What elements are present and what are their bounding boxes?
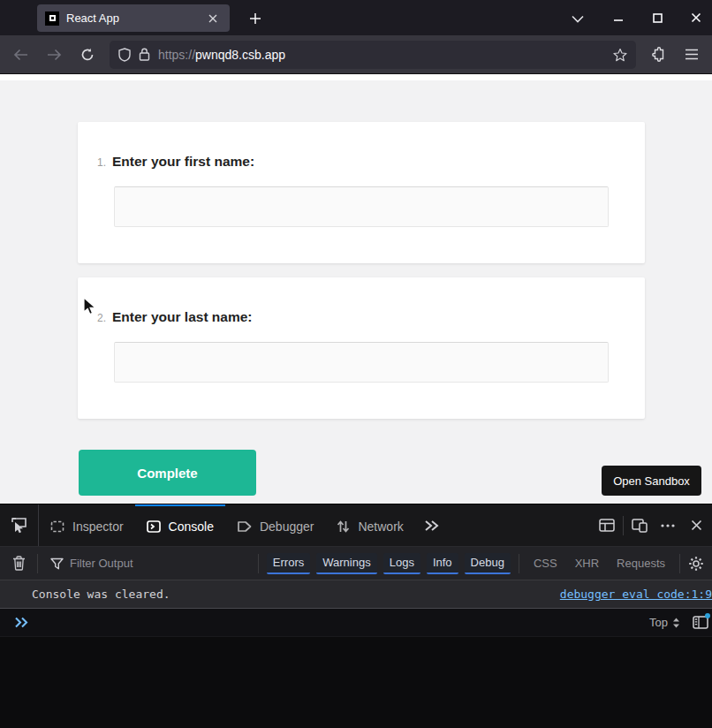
devtools-tab-console[interactable]: Console [135,504,225,546]
back-icon[interactable] [9,43,32,66]
first-name-label: Enter your first name: [112,154,254,170]
url-text[interactable]: https://pwnqd8.csb.app [158,48,605,62]
minimize-icon[interactable] [606,5,631,30]
devtools-close-icon[interactable] [684,513,708,538]
devtools-toolbar-buttons [595,504,712,546]
hamburger-menu-icon[interactable] [680,43,703,66]
split-console-icon[interactable] [595,513,619,538]
log-level-filters: Errors Warnings Logs Info Debug [259,553,519,574]
navigation-toolbar: https://pwnqd8.csb.app [0,35,712,74]
inspector-icon [50,520,64,533]
filter-css-button[interactable]: CSS [526,554,564,573]
tab-close-icon[interactable] [204,10,222,27]
more-tabs-chevron-icon[interactable] [415,504,449,546]
page-viewport: 1. Enter your first name: 2. Enter your … [0,74,712,504]
question-number: 1. [97,156,106,169]
browser-window: React App [0,0,712,728]
question-card-first-name: 1. Enter your first name: [78,122,645,263]
first-name-input[interactable] [114,186,609,227]
updown-sort-icon [672,618,680,628]
debugger-icon [237,520,252,533]
filter-errors-button[interactable]: Errors [267,553,310,574]
codesandbox-favicon-icon [45,11,59,26]
last-name-input[interactable] [114,342,609,383]
lock-icon[interactable] [139,48,150,61]
console-filter-bar: Errors Warnings Logs Info Debug CSS XHR … [0,547,712,580]
question-number: 2. [97,312,106,324]
filter-xhr-button[interactable]: XHR [568,554,606,573]
window-close-icon[interactable] [684,5,708,30]
devtools-panel: Inspector Console Debugger Network [0,504,712,728]
evaluation-context-selector[interactable]: Top [649,616,680,629]
maximize-icon[interactable] [645,5,670,30]
devtools-tab-label: Debugger [260,519,314,534]
request-type-filters: CSS XHR Requests [519,554,679,573]
console-settings-gear-icon[interactable] [680,547,712,580]
filter-output-field[interactable] [38,557,258,570]
element-picker-icon[interactable] [0,504,39,546]
browser-tab[interactable]: React App [37,4,230,32]
filter-info-button[interactable]: Info [427,553,458,574]
reload-icon[interactable] [76,43,99,66]
filter-warnings-button[interactable]: Warnings [316,553,376,574]
meatball-menu-icon[interactable] [655,513,680,538]
console-message-text: Console was cleared. [32,588,170,601]
devtools-tab-inspector[interactable]: Inspector [39,504,135,546]
filter-debug-button[interactable]: Debug [465,553,511,574]
context-selector-label: Top [649,616,668,629]
console-editor-area[interactable] [0,637,712,728]
devtools-tab-bar: Inspector Console Debugger Network [0,504,712,547]
open-sandbox-button[interactable]: Open Sandbox [602,466,701,496]
network-updown-icon [337,519,350,534]
console-input-row[interactable]: Top [0,609,712,637]
url-bar[interactable]: https://pwnqd8.csb.app [110,41,636,69]
extensions-puzzle-icon[interactable] [647,43,670,66]
devtools-tab-debugger[interactable]: Debugger [225,504,326,546]
devtools-tab-network[interactable]: Network [325,504,414,546]
filter-output-input[interactable] [70,557,258,570]
url-domain: pwnqd8.csb.app [195,48,285,62]
console-icon [147,520,161,533]
devtools-tab-label: Network [358,519,403,534]
new-tab-button[interactable] [244,7,267,30]
shield-icon[interactable] [118,48,131,62]
tab-title: React App [66,11,197,25]
clear-console-trash-icon[interactable] [0,547,37,580]
last-name-label: Enter your last name: [112,309,253,325]
filter-logs-button[interactable]: Logs [383,553,420,574]
url-scheme: https:// [158,48,195,62]
devtools-tab-label: Inspector [72,519,124,534]
complete-button[interactable]: Complete [79,450,256,496]
funnel-icon [50,557,64,570]
forward-icon[interactable] [42,43,65,66]
bookmark-star-icon[interactable] [613,48,627,62]
filter-requests-button[interactable]: Requests [610,554,672,573]
list-tabs-chevron-icon[interactable] [567,9,588,28]
console-message-row: Console was cleared. debugger eval code:… [0,580,712,609]
tab-bar: React App [0,0,712,35]
responsive-design-icon[interactable] [627,513,652,538]
question-card-last-name: 2. Enter your last name: [78,277,645,419]
console-sidebar-toggle-icon[interactable] [689,611,712,634]
console-prompt-chevrons-icon [14,617,30,628]
window-controls [606,5,708,30]
devtools-tab-label: Console [169,519,214,534]
sidebar-notification-dot [705,613,710,618]
message-source-link[interactable]: debugger eval code:1:9 [560,588,712,601]
